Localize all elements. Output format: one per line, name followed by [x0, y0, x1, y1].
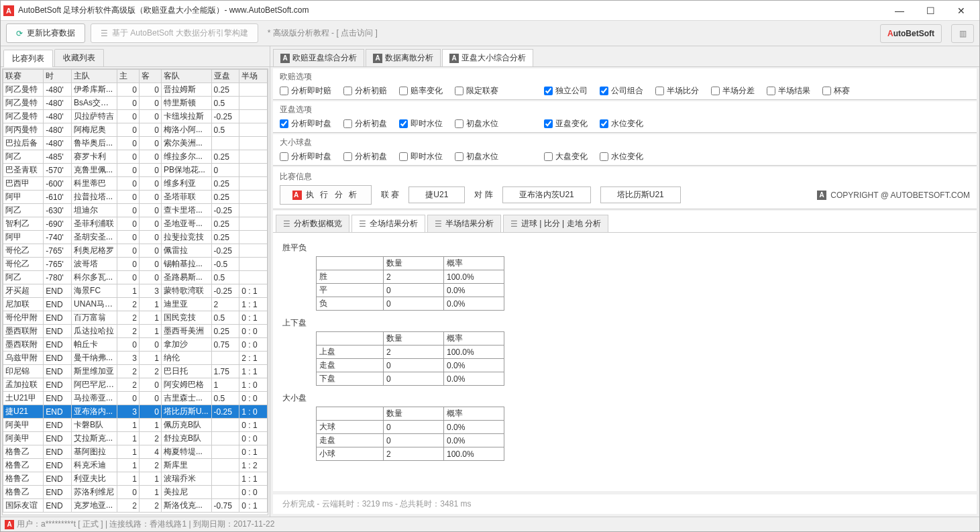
table-row[interactable]: 捷U21END亚布洛内...30塔比历斯U...-0.251 : 0	[3, 405, 268, 419]
result-tab[interactable]: ☰半场结果分析	[427, 215, 501, 232]
ou-options-section: 大小球盘 分析即时盘分析初盘即时水位初盘水位大盘变化水位变化	[273, 134, 977, 166]
checkbox-亚盘变化[interactable]: 亚盘变化	[544, 118, 588, 129]
checkbox-公司组合[interactable]: 公司组合	[600, 85, 643, 97]
away-value: 塔比历斯U21	[600, 187, 681, 203]
checkbox-分析即时盘[interactable]: 分析即时盘	[280, 118, 331, 129]
execute-analysis-button[interactable]: A 执 行 分 析	[280, 185, 372, 205]
copyright-icon: A	[817, 191, 826, 200]
checkbox-分析初盘[interactable]: 分析初盘	[343, 118, 387, 129]
match-info-section: 比赛信息 A 执 行 分 析 联 赛 捷U21 对 阵 亚布洛内茨U21 塔比历…	[273, 167, 977, 209]
checkbox-即时水位[interactable]: 即时水位	[399, 151, 443, 162]
col-header[interactable]: 客队	[161, 70, 211, 83]
table-row[interactable]: 牙买超END海景FC13蒙特歌湾联-0.250 : 1	[3, 284, 268, 298]
checkbox-水位变化[interactable]: 水位变化	[600, 118, 643, 129]
analysis-tab[interactable]: A亚盘大小综合分析	[442, 49, 533, 66]
book-icon[interactable]: ▥	[951, 24, 974, 43]
col-header[interactable]: 客	[140, 70, 162, 83]
checkbox-初盘水位[interactable]: 初盘水位	[455, 151, 498, 162]
col-header[interactable]: 主队	[72, 70, 117, 83]
result-table: 数量概率胜2100.0%平00.0%负00.0%	[316, 256, 504, 311]
list-icon: ☰	[101, 29, 108, 38]
table-row[interactable]: 尼加联ENDUNAN马纳...21迪里亚21 : 1	[3, 298, 268, 311]
left-tab[interactable]: 比赛列表	[3, 50, 53, 67]
table-row[interactable]: 哥伦乙-765'利奥尼格罗00佩雷拉-0.25	[3, 244, 268, 258]
checkbox-即时水位[interactable]: 即时水位	[399, 118, 443, 129]
result-tab[interactable]: ☰进球 | 比分 | 走地 分析	[503, 215, 608, 232]
table-row[interactable]: 哥伦甲附END百万富翁21国民竞技0.50 : 1	[3, 311, 268, 325]
col-header[interactable]: 亚盘	[211, 70, 239, 83]
table-row[interactable]: 格鲁乙END基阿图拉14梅夏特堤...0 : 1	[3, 445, 268, 459]
list-icon: ☰	[435, 219, 442, 229]
col-header[interactable]: 联赛	[3, 70, 44, 83]
match-info-title: 比赛信息	[280, 171, 970, 182]
list-icon: ☰	[359, 219, 366, 229]
close-button[interactable]: ✕	[946, 1, 977, 20]
checkbox-半场比分[interactable]: 半场比分	[655, 85, 699, 97]
table-row[interactable]: 智利乙-690'圣菲利浦联00圣地亚哥...0.25	[3, 217, 268, 231]
engine-label: 基于 AutoBetSoft 大数据分析引擎构建	[112, 28, 248, 39]
tab-icon: A	[373, 54, 382, 63]
col-header[interactable]: 时	[44, 70, 72, 83]
checkbox-分析即时赔[interactable]: 分析即时赔	[280, 85, 331, 97]
window-title: AutoBetSoft 足球分析软件高级版（欧赔亚盘大小全能版）- www.Au…	[18, 5, 884, 16]
table-row[interactable]: 巴西甲-600'科里蒂巴00维多利亚0.25	[3, 177, 268, 191]
checkbox-独立公司[interactable]: 独立公司	[544, 85, 588, 97]
checkbox-分析初赔[interactable]: 分析初赔	[343, 85, 387, 97]
table-row[interactable]: 巴拉后备-480'鲁毕奥后...00索尔美洲...	[3, 137, 268, 150]
table-row[interactable]: 阿乙-630'坦迪尔00查卡里塔...-0.25	[3, 204, 268, 217]
maximize-button[interactable]: ☐	[915, 1, 946, 20]
table-row[interactable]: 国际友谊END克罗地亚...22斯洛伐克...-0.750 : 1	[3, 499, 268, 513]
result-tab[interactable]: ☰全场结果分析	[351, 215, 425, 232]
table-row[interactable]: 孟加拉联END阿巴罕尼(...20阿安姆巴格11 : 0	[3, 378, 268, 392]
col-header[interactable]: 主	[117, 70, 140, 83]
checkbox-分析即时盘[interactable]: 分析即时盘	[280, 151, 331, 162]
table-row[interactable]: 格鲁乙END科克禾迪12斯库里1 : 2	[3, 459, 268, 472]
table-row[interactable]: 阿乙-485'赛罗卡利00维拉多尔...0.25	[3, 150, 268, 164]
table-row[interactable]: 印尼锦END斯里维加亚22巴日托1.751 : 1	[3, 365, 268, 378]
table-row[interactable]: 阿乙曼特-480'伊希库斯...00晋拉姆斯0.25	[3, 83, 268, 97]
table-row[interactable]: 巴圣青联-570'克鲁里佩...00PB保地花...0	[3, 164, 268, 177]
refresh-icon: ⟳	[16, 29, 23, 38]
eu-options-title: 欧赔选项	[280, 71, 970, 83]
checkbox-初盘水位[interactable]: 初盘水位	[455, 118, 498, 129]
table-row[interactable]: 阿乙曼特-480'贝拉萨特吉00卡纽埃拉斯-0.25	[3, 110, 268, 123]
table-row[interactable]: 阿丙曼特-480'阿梅尼奥00梅洛小阿...0.5	[3, 123, 268, 137]
tutorial-link[interactable]: * 高级版分析教程 - [ 点击访问 ]	[268, 28, 378, 39]
minimize-button[interactable]: —	[884, 1, 915, 20]
analysis-tabs: A欧赔亚盘综合分析A数据离散分析A亚盘大小综合分析	[270, 46, 979, 67]
match-table-wrap[interactable]: 联赛时主队主客客队亚盘半场阿乙曼特-480'伊希库斯...00晋拉姆斯0.25阿…	[2, 68, 268, 515]
table-row[interactable]: 墨西联附END瓜达拉哈拉21墨西哥美洲0.250 : 0	[3, 325, 268, 338]
table-row[interactable]: 阿甲-740'圣胡安圣...00拉斐拉竞技0.25	[3, 231, 268, 244]
refresh-button[interactable]: ⟳ 更新比赛数据	[6, 23, 85, 43]
asia-options-section: 亚盘选项 分析即时盘分析初盘即时水位初盘水位亚盘变化水位变化	[273, 101, 977, 133]
table-row[interactable]: 阿美甲END艾拉斯克...12舒拉克B队0 : 0	[3, 432, 268, 445]
checkbox-水位变化[interactable]: 水位变化	[600, 151, 643, 162]
table-row[interactable]: 乌兹甲附END曼干纳弗...31纳伦2 : 1	[3, 352, 268, 365]
vs-label: 对 阵	[474, 189, 492, 201]
result-tab[interactable]: ☰分析数据概览	[276, 215, 349, 232]
table-row[interactable]: 哥伦乙-765'波哥塔00锡帕基拉...-0.5	[3, 258, 268, 271]
table-row[interactable]: 土U21甲END马拉蒂亚...00吉里森士...0.50 : 0	[3, 392, 268, 405]
analysis-tab[interactable]: A欧赔亚盘综合分析	[273, 49, 364, 66]
table-row[interactable]: 阿美甲END卡磐B队11佩历克B队0 : 1	[3, 419, 268, 432]
checkbox-杯赛[interactable]: 杯赛	[822, 85, 850, 97]
left-tab[interactable]: 收藏列表	[54, 49, 104, 66]
table-row[interactable]: 阿乙-780'科尔多瓦...00圣路易斯...0.5	[3, 271, 268, 284]
checkbox-大盘变化[interactable]: 大盘变化	[544, 151, 588, 162]
checkbox-赔率变化[interactable]: 赔率变化	[399, 85, 443, 97]
section-title: 胜平负	[282, 242, 967, 254]
table-row[interactable]: 格鲁乙END利亚夫比11波瑞乔米1 : 1	[3, 472, 268, 486]
table-row[interactable]: 阿甲-610'拉普拉塔...00圣塔菲联0.25	[3, 191, 268, 204]
checkbox-分析初盘[interactable]: 分析初盘	[343, 151, 387, 162]
app-window: A AutoBetSoft 足球分析软件高级版（欧赔亚盘大小全能版）- www.…	[0, 0, 980, 532]
right-pane: A欧赔亚盘综合分析A数据离散分析A亚盘大小综合分析 欧赔选项 分析即时赔分析初赔…	[270, 46, 979, 517]
table-row[interactable]: 墨西联附END帕丘卡00拿加沙0.750 : 0	[3, 338, 268, 352]
asia-options-title: 亚盘选项	[280, 104, 970, 115]
checkbox-半场结果[interactable]: 半场结果	[767, 85, 810, 97]
checkbox-半场分差[interactable]: 半场分差	[711, 85, 755, 97]
table-row[interactable]: 格鲁乙END苏洛利维尼01美拉尼0 : 0	[3, 486, 268, 499]
checkbox-限定联赛[interactable]: 限定联赛	[455, 85, 498, 97]
analysis-tab[interactable]: A数据离散分析	[366, 49, 441, 66]
col-header[interactable]: 半场	[239, 70, 268, 83]
table-row[interactable]: 阿乙曼特-480'BsAs交流...00特里斯顿0.5	[3, 97, 268, 110]
